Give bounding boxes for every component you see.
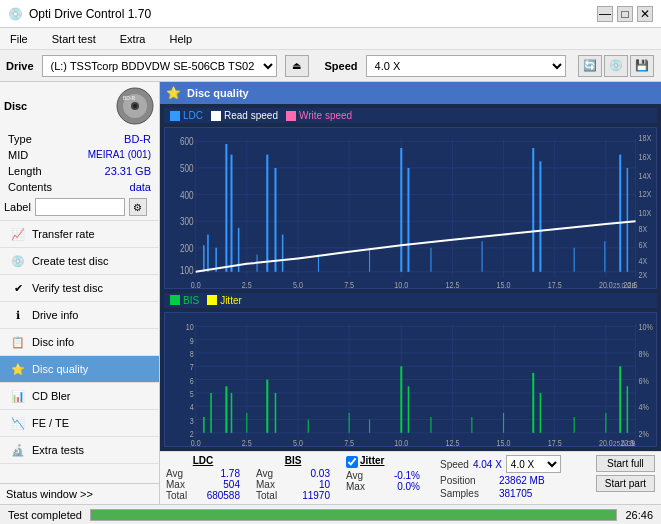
svg-text:4%: 4% [639,401,650,412]
menu-help[interactable]: Help [163,31,198,47]
start-full-button[interactable]: Start full [596,455,655,472]
minimize-button[interactable]: — [597,6,613,22]
max-label-bis: Max [256,479,286,490]
verify-test-disc-label: Verify test disc [32,282,103,294]
svg-text:5: 5 [190,388,194,399]
svg-text:500: 500 [180,162,194,174]
fe-te-icon: 📉 [10,415,26,431]
jitter-checkbox[interactable] [346,456,358,468]
disc-section-title: Disc [4,100,27,112]
jitter-legend-item: Jitter [207,295,242,306]
svg-text:3: 3 [190,414,194,425]
verify-test-disc-icon: ✔ [10,280,26,296]
disc-info-table: Type BD-R MID MEIRA1 (001) Length 23.31 … [4,130,155,196]
svg-text:12.5: 12.5 [445,279,459,288]
drive-icons: 🔄 💿 💾 [578,55,654,77]
transfer-rate-icon: 📈 [10,226,26,242]
ldc-chart: 600 500 400 300 200 100 18X 16X 14X 12X … [164,127,657,289]
svg-text:0.0: 0.0 [191,279,201,288]
type-value: BD-R [68,132,153,146]
svg-text:200: 200 [180,242,194,254]
svg-text:17.5: 17.5 [548,437,562,446]
svg-text:4X: 4X [639,255,648,266]
svg-text:10.0: 10.0 [394,279,408,288]
transfer-rate-label: Transfer rate [32,228,95,240]
samples-value: 381705 [499,488,532,499]
nav-items: 📈 Transfer rate 💿 Create test disc ✔ Ver… [0,221,159,483]
svg-text:7.5: 7.5 [344,437,354,446]
speed-position-stats: Speed 4.04 X 4.0 X Position 23862 MB Sam… [440,455,561,501]
cd-bler-icon: 📊 [10,388,26,404]
sidebar-item-fe-te[interactable]: 📉 FE / TE [0,410,159,437]
menubar: File Start test Extra Help [0,28,661,50]
write-speed-legend-dot [286,111,296,121]
svg-text:10: 10 [186,321,194,332]
bis-legend-item: BIS [170,295,199,306]
sidebar-item-disc-quality[interactable]: ⭐ Disc quality [0,356,159,383]
ldc-chart-svg: 600 500 400 300 200 100 18X 16X 14X 12X … [165,128,656,288]
svg-text:15.0: 15.0 [497,279,511,288]
ldc-total: 680588 [200,490,240,501]
label-button[interactable]: ⚙ [129,198,147,216]
menu-start-test[interactable]: Start test [46,31,102,47]
svg-text:25.0 GB: 25.0 GB [613,439,636,446]
svg-text:8X: 8X [639,223,648,234]
sidebar-item-verify-test-disc[interactable]: ✔ Verify test disc [0,275,159,302]
ldc-legend-label: LDC [183,110,203,121]
write-speed-legend-label: Write speed [299,110,352,121]
label-row: Label ⚙ [4,198,155,216]
jitter-legend-label: Jitter [220,295,242,306]
menu-file[interactable]: File [4,31,34,47]
svg-text:20.0: 20.0 [599,437,613,446]
svg-text:2.5: 2.5 [242,437,252,446]
start-part-button[interactable]: Start part [596,475,655,492]
jitter-avg: -0.1% [380,470,420,481]
drive-icon-3[interactable]: 💾 [630,55,654,77]
sidebar-item-disc-info[interactable]: 📋 Disc info [0,329,159,356]
drive-icon-1[interactable]: 🔄 [578,55,602,77]
svg-text:2.5: 2.5 [242,279,252,288]
sidebar-item-drive-info[interactable]: ℹ Drive info [0,302,159,329]
status-window-button[interactable]: Status window >> [0,483,159,504]
length-label: Length [6,164,66,178]
speed-label: Speed [325,60,358,72]
bis-jitter-chart: 10 9 8 7 6 5 4 3 2 10% 8% 6% 4% 2% 0.0 [164,312,657,447]
extra-tests-label: Extra tests [32,444,84,456]
svg-text:18X: 18X [639,132,652,143]
jitter-legend-dot [207,295,217,305]
eject-button[interactable]: ⏏ [285,55,309,77]
max-label-jitter: Max [346,481,376,492]
svg-text:4: 4 [190,401,194,412]
drive-label: Drive [6,60,34,72]
sidebar-item-extra-tests[interactable]: 🔬 Extra tests [0,437,159,464]
progress-bar-fill [91,510,616,520]
svg-text:BD-R: BD-R [123,95,136,101]
label-input[interactable] [35,198,125,216]
chart1-legend: LDC Read speed Write speed [164,108,657,123]
disc-info-label: Disc info [32,336,74,348]
write-speed-legend-item: Write speed [286,110,352,121]
svg-text:10.0: 10.0 [394,437,408,446]
sidebar-item-cd-bler[interactable]: 📊 CD Bler [0,383,159,410]
app-title: 💿 Opti Drive Control 1.70 [8,7,151,21]
svg-text:5.0: 5.0 [293,279,303,288]
max-label-ldc: Max [166,479,196,490]
window-controls: — □ ✕ [597,6,653,22]
speed-select[interactable]: 4.0 X [366,55,566,77]
jitter-max: 0.0% [380,481,420,492]
menu-extra[interactable]: Extra [114,31,152,47]
drive-icon-2[interactable]: 💿 [604,55,628,77]
drive-select[interactable]: (L:) TSSTcorp BDDVDW SE-506CB TS02 [42,55,277,77]
svg-point-3 [133,104,137,108]
elapsed-time: 26:46 [625,509,653,521]
close-button[interactable]: ✕ [637,6,653,22]
sidebar-item-create-test-disc[interactable]: 💿 Create test disc [0,248,159,275]
label-field-label: Label [4,201,31,213]
maximize-button[interactable]: □ [617,6,633,22]
speed-stat-select[interactable]: 4.0 X [506,455,561,473]
bis-avg: 0.03 [290,468,330,479]
svg-text:100: 100 [180,264,194,276]
sidebar-item-transfer-rate[interactable]: 📈 Transfer rate [0,221,159,248]
extra-tests-icon: 🔬 [10,442,26,458]
disc-info-icon: 📋 [10,334,26,350]
